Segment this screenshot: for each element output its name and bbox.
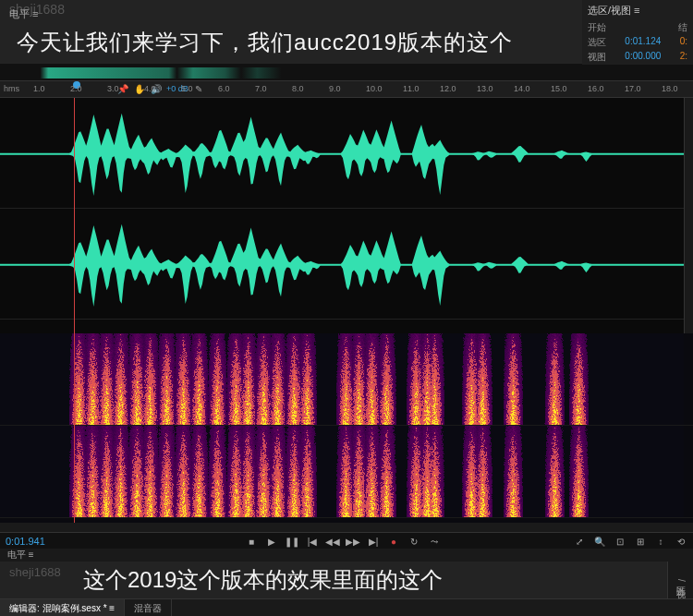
- ruler-tick: 2.0: [70, 84, 82, 93]
- spectrogram-right[interactable]: [0, 426, 693, 518]
- ruler-tick: 12.0: [440, 84, 456, 93]
- ruler-tick: 8.0: [292, 84, 304, 93]
- ruler-tick: 14.0: [514, 84, 530, 93]
- spectrogram-left[interactable]: [0, 333, 693, 426]
- view-label: 视图: [588, 51, 606, 64]
- zoom-vertical-icon[interactable]: ↕: [654, 535, 667, 548]
- levels-bottom-label[interactable]: 电平 ≡: [0, 549, 693, 562]
- ruler-tick: 3.0: [107, 84, 119, 93]
- waveform-right-channel[interactable]: [0, 209, 693, 320]
- tab-editor-prefix: 编辑器:: [9, 603, 40, 613]
- levels-panel-label[interactable]: 电平 ≡: [9, 7, 38, 21]
- rewind-button[interactable]: ◀◀: [326, 535, 339, 548]
- tab-editor-filename: 混响案例.sesx *: [43, 603, 107, 613]
- view-value[interactable]: 0:00.000: [625, 51, 661, 64]
- waveform-right-svg: [0, 209, 693, 321]
- ruler-tick: 1.0: [33, 84, 45, 93]
- zoom-reset-icon[interactable]: ⟲: [675, 535, 687, 548]
- tab-editor[interactable]: 编辑器: 混响案例.sesx * ≡: [0, 599, 125, 616]
- playhead[interactable]: [74, 98, 75, 333]
- skip-button[interactable]: ⤳: [428, 535, 441, 548]
- playhead-spectro[interactable]: [74, 333, 75, 523]
- forward-button[interactable]: ▶▶: [346, 535, 359, 548]
- ruler-unit: hms: [4, 84, 19, 93]
- ruler-tick: 10.0: [366, 84, 383, 93]
- amplitude-scale[interactable]: [684, 98, 693, 333]
- pause-button[interactable]: ❚❚: [286, 535, 298, 548]
- ruler-tick: 13.0: [477, 84, 493, 93]
- waveform-left-channel[interactable]: [0, 98, 693, 209]
- current-timecode[interactable]: 0:01.941: [6, 536, 45, 547]
- zoom-full-icon[interactable]: ⊞: [634, 535, 647, 548]
- zoom-tools: ⤢ 🔍 ⊡ ⊞ ↕ ⟲: [573, 533, 687, 550]
- tab-menu-icon[interactable]: ≡: [109, 603, 115, 613]
- ruler-tick: 18.0: [662, 84, 678, 93]
- video-subtitle-top: 今天让我们来学习下，我们aucc2019版本的这个: [17, 28, 513, 57]
- record-button[interactable]: ●: [387, 535, 400, 548]
- time-ruler[interactable]: hms 📌 ✋ 🔊 +0 dB ✎ 1.02.03.04.05.06.07.08…: [0, 81, 693, 98]
- forward-end-button[interactable]: ▶|: [367, 535, 380, 548]
- selection-value[interactable]: 0:01.124: [625, 36, 661, 49]
- ruler-tick: 7.0: [255, 84, 267, 93]
- ruler-tick: 15.0: [551, 84, 567, 93]
- cursor-tool-icon[interactable]: ✎: [192, 82, 205, 95]
- ruler-tick: 5.0: [181, 84, 193, 93]
- stop-button[interactable]: ■: [245, 535, 258, 548]
- waveform-pane[interactable]: [0, 98, 693, 333]
- zoom-in-icon[interactable]: 🔍: [593, 535, 606, 548]
- overview-strip[interactable]: [0, 65, 693, 81]
- ruler-tick: 16.0: [588, 84, 604, 93]
- tab-mixer[interactable]: 混音器: [125, 599, 172, 616]
- zoom-out-icon[interactable]: ⤢: [573, 535, 586, 548]
- selection-label: 选区: [588, 36, 606, 49]
- spectrogram-pane[interactable]: [0, 333, 693, 523]
- ruler-tick: 17.0: [625, 84, 641, 93]
- view-end-value[interactable]: 2:: [680, 51, 687, 64]
- loop-button[interactable]: ↻: [407, 535, 420, 548]
- ruler-tick: 9.0: [329, 84, 341, 93]
- selection-start-label: 开始: [588, 21, 606, 34]
- video-subtitle-bottom: 这个2019这个版本的效果里面的这个: [83, 565, 443, 595]
- rewind-start-button[interactable]: |◀: [306, 535, 319, 548]
- zoom-selection-icon[interactable]: ⊡: [614, 535, 626, 548]
- side-panel-label[interactable]: 选区/视: [667, 562, 693, 598]
- ruler-tick: 4.0: [144, 84, 156, 93]
- selection-panel-title: 选区/视图 ≡: [588, 4, 687, 18]
- overview-waveform: [0, 67, 402, 79]
- ruler-tick: 6.0: [218, 84, 230, 93]
- play-button[interactable]: ▶: [265, 535, 278, 548]
- waveform-left-svg: [0, 98, 693, 211]
- watermark-text-2: sheji1688: [9, 565, 61, 579]
- bottom-tabs: 编辑器: 混响案例.sesx * ≡ 混音器: [0, 598, 693, 616]
- transport-controls: ■ ▶ ❚❚ |◀ ◀◀ ▶▶ ▶| ● ↻ ⤳: [245, 533, 441, 550]
- selection-view-panel: 选区/视图 ≡ 开始 结 选区 0:01.124 0: 视图 0:00.000 …: [582, 0, 693, 65]
- ruler-tick: 11.0: [403, 84, 419, 93]
- selection-end-label: 结: [678, 21, 687, 34]
- selection-end-value[interactable]: 0:: [680, 36, 687, 49]
